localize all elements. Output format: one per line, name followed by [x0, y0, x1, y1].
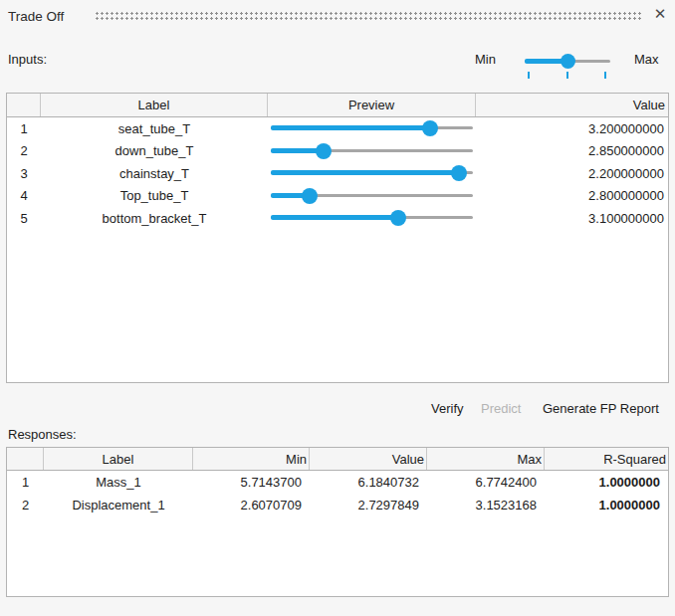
responses-table: Label Min Value Max R-Squared 1 Mass_1 5… — [6, 447, 669, 597]
input-label: bottom_bracket_T — [41, 207, 268, 230]
inputs-table: Label Preview Value 1 seat_tube_T 3.2000… — [6, 93, 669, 383]
slider-fill — [271, 125, 430, 130]
trade-off-panel: Trade Off ✕ Inputs: Min Max Label Previe… — [0, 0, 675, 616]
table-row: 4 Top_tube_T 2.800000000 — [7, 185, 668, 208]
preview-slider[interactable] — [271, 187, 473, 205]
preview-slider[interactable] — [271, 142, 473, 160]
header-num — [7, 94, 41, 116]
panel-title: Trade Off — [8, 9, 64, 24]
row-number: 5 — [7, 207, 41, 230]
table-row: 1 seat_tube_T 3.200000000 — [7, 117, 668, 140]
slider-thumb[interactable] — [316, 143, 332, 159]
header-max: Max — [427, 448, 545, 470]
slider-thumb[interactable] — [302, 188, 318, 204]
drag-handle-dots-icon[interactable] — [96, 12, 641, 21]
predict-button: Predict — [481, 401, 521, 416]
response-r-squared: 1.0000000 — [545, 494, 668, 516]
slider-fill — [271, 215, 398, 220]
response-label: Displacement_1 — [44, 494, 193, 516]
slider-fill — [271, 170, 459, 175]
header-label: Label — [44, 448, 193, 470]
input-label: chainstay_T — [41, 162, 268, 185]
responses-section-label: Responses: — [8, 427, 77, 442]
response-value: 2.7297849 — [310, 494, 427, 516]
header-r-squared: R-Squared — [545, 448, 668, 470]
preview-slider[interactable] — [271, 119, 473, 137]
header-min: Min — [193, 448, 310, 470]
table-row: 2 down_tube_T 2.850000000 — [7, 140, 668, 163]
slider-tick — [566, 72, 568, 79]
slider-thumb[interactable] — [451, 165, 467, 181]
slider-tick — [604, 72, 606, 79]
input-label: Top_tube_T — [41, 185, 268, 208]
row-number: 3 — [7, 162, 41, 185]
input-label: down_tube_T — [41, 140, 268, 163]
inputs-section-label: Inputs: — [8, 52, 47, 67]
verify-button[interactable]: Verify — [431, 401, 464, 416]
header-label: Label — [41, 94, 268, 116]
responses-table-header: Label Min Value Max R-Squared — [7, 448, 668, 471]
table-row: 5 bottom_bracket_T 3.100000000 — [7, 207, 668, 230]
response-value: 6.1840732 — [310, 471, 427, 494]
row-number: 4 — [7, 185, 41, 208]
title-bar: Trade Off ✕ — [0, 0, 675, 32]
inputs-table-header: Label Preview Value — [7, 94, 668, 117]
header-preview: Preview — [268, 94, 476, 116]
response-max: 3.1523168 — [427, 494, 545, 516]
response-r-squared: 1.0000000 — [545, 471, 668, 494]
table-row: 3 chainstay_T 2.200000000 — [7, 162, 668, 185]
row-number: 2 — [7, 494, 44, 516]
input-value[interactable]: 2.850000000 — [476, 140, 668, 163]
close-icon[interactable]: ✕ — [650, 4, 670, 24]
row-number: 1 — [7, 117, 41, 140]
input-label: seat_tube_T — [41, 117, 268, 140]
min-label: Min — [475, 52, 496, 67]
row-number: 2 — [7, 140, 41, 163]
slider-thumb[interactable] — [422, 120, 438, 136]
row-number: 1 — [7, 471, 44, 494]
slider-thumb[interactable] — [561, 54, 575, 69]
header-value: Value — [310, 448, 427, 470]
response-min: 2.6070709 — [193, 494, 310, 516]
input-value[interactable]: 3.100000000 — [476, 207, 668, 230]
max-label: Max — [634, 52, 659, 67]
preview-slider[interactable] — [271, 164, 473, 182]
input-value[interactable]: 2.200000000 — [476, 162, 668, 185]
input-value[interactable]: 3.200000000 — [476, 117, 668, 140]
preview-slider[interactable] — [271, 209, 473, 227]
generate-fp-report-button[interactable]: Generate FP Report — [543, 401, 659, 416]
table-row: 1 Mass_1 5.7143700 6.1840732 6.7742400 1… — [7, 471, 668, 494]
header-num — [7, 448, 44, 470]
response-max: 6.7742400 — [427, 471, 545, 494]
response-label: Mass_1 — [44, 471, 193, 494]
slider-tick — [528, 72, 530, 79]
table-row: 2 Displacement_1 2.6070709 2.7297849 3.1… — [7, 494, 668, 516]
header-value: Value — [476, 94, 668, 116]
inputs-range-slider[interactable] — [525, 53, 610, 71]
slider-thumb[interactable] — [390, 210, 406, 226]
response-min: 5.7143700 — [193, 471, 310, 494]
input-value[interactable]: 2.800000000 — [476, 185, 668, 208]
